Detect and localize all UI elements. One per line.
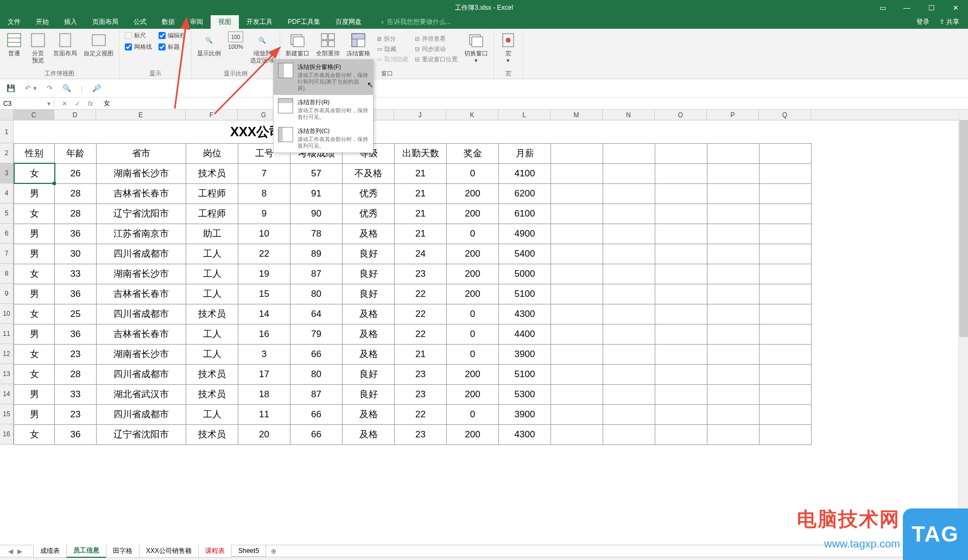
data-cell[interactable]: 28	[55, 183, 97, 203]
data-cell[interactable]: 不及格	[343, 163, 395, 183]
column-header[interactable]: C	[14, 110, 54, 120]
data-cell[interactable]: 200	[447, 203, 499, 224]
data-cell[interactable]: 四川省成都市	[97, 404, 186, 424]
close-button[interactable]: ✕	[944, 0, 968, 15]
data-cell[interactable]: 23	[395, 264, 447, 284]
data-cell[interactable]: 87	[290, 264, 343, 284]
data-cell[interactable]: 5100	[499, 284, 551, 304]
data-cell[interactable]: 助工	[186, 224, 238, 244]
data-cell[interactable]: 工人	[186, 244, 238, 264]
data-cell[interactable]: 优秀	[343, 203, 395, 224]
header-cell[interactable]: 年龄	[55, 143, 97, 163]
header-cell[interactable]: 月薪	[499, 143, 551, 163]
data-cell[interactable]: 28	[55, 364, 97, 384]
column-header[interactable]: N	[603, 110, 655, 120]
data-cell[interactable]: 4300	[499, 304, 551, 324]
maximize-button[interactable]: ☐	[919, 0, 944, 15]
data-cell[interactable]: 36	[55, 224, 97, 244]
data-cell[interactable]: 5400	[499, 244, 551, 264]
data-cell[interactable]: 79	[290, 324, 343, 344]
data-cell[interactable]: 15	[238, 284, 290, 304]
data-cell[interactable]: 200	[447, 284, 499, 304]
minimize-button[interactable]: —	[895, 0, 919, 15]
undo-icon[interactable]: ↶ ▾	[25, 84, 37, 92]
data-cell[interactable]: 男	[14, 183, 55, 203]
freeze-panes-option[interactable]: 冻结拆分窗格(F)滚动工作表其余部分时，保持行和列可见(基于当前的选择)。	[274, 60, 373, 95]
data-cell[interactable]: 200	[447, 384, 499, 404]
data-cell[interactable]: 22	[395, 324, 447, 344]
data-cell[interactable]: 33	[55, 264, 97, 284]
freeze-top-row-option[interactable]: 冻结首行(R)滚动工作表其余部分时，保持首行可见。	[274, 95, 373, 124]
login-link[interactable]: 登录	[916, 17, 929, 27]
data-cell[interactable]: 23	[55, 344, 97, 364]
data-cell[interactable]: 工程师	[186, 183, 238, 203]
data-cell[interactable]: 辽宁省沈阳市	[97, 203, 186, 224]
sheet-tab-sales[interactable]: XXX公司销售额	[139, 545, 199, 558]
row-header[interactable]: 9	[0, 284, 14, 304]
data-cell[interactable]: 4900	[499, 224, 551, 244]
data-cell[interactable]: 及格	[343, 344, 395, 364]
data-cell[interactable]: 女	[14, 203, 55, 224]
column-header[interactable]: D	[54, 110, 96, 120]
cancel-icon[interactable]: ✕	[62, 100, 67, 107]
data-cell[interactable]: 男	[14, 324, 55, 344]
row-header[interactable]: 2	[0, 143, 14, 163]
unhide-button[interactable]: ▭ 取消隐藏	[375, 55, 410, 64]
data-cell[interactable]: 3900	[499, 344, 551, 364]
data-cell[interactable]: 男	[14, 384, 55, 404]
data-cell[interactable]: 5000	[499, 264, 551, 284]
data-cell[interactable]: 四川省成都市	[97, 304, 186, 324]
data-cell[interactable]: 30	[55, 244, 97, 264]
new-sheet-button[interactable]: ⊕	[265, 548, 282, 555]
data-cell[interactable]: 4300	[499, 424, 551, 444]
select-all-corner[interactable]	[0, 110, 14, 120]
save-icon[interactable]: 💾	[7, 84, 15, 92]
data-cell[interactable]: 及格	[343, 324, 395, 344]
normal-view-button[interactable]: 普通	[3, 30, 25, 65]
data-cell[interactable]: 0	[447, 163, 499, 183]
data-cell[interactable]: 吉林省长春市	[97, 284, 186, 304]
data-cell[interactable]: 6100	[499, 203, 551, 224]
data-cell[interactable]: 女	[14, 344, 55, 364]
data-cell[interactable]: 工人	[186, 284, 238, 304]
data-cell[interactable]: 及格	[343, 424, 395, 444]
data-cell[interactable]: 200	[447, 183, 499, 203]
custom-views-button[interactable]: 自定义视图	[81, 30, 116, 65]
data-cell[interactable]: 技术员	[186, 364, 238, 384]
data-cell[interactable]: 男	[14, 244, 55, 264]
column-header[interactable]: Q	[759, 110, 811, 120]
sheet-nav-next-icon[interactable]: ▶	[17, 548, 22, 555]
column-header[interactable]: P	[707, 110, 759, 120]
freeze-first-column-option[interactable]: 冻结首列(C)滚动工作表其余部分时，保持首列可见。	[274, 124, 373, 152]
tab-file[interactable]: 文件	[0, 15, 28, 29]
data-cell[interactable]: 91	[290, 183, 343, 203]
data-cell[interactable]: 0	[447, 224, 499, 244]
data-cell[interactable]: 0	[447, 404, 499, 424]
data-cell[interactable]: 66	[290, 344, 343, 364]
data-cell[interactable]: 及格	[343, 404, 395, 424]
data-cell[interactable]: 优秀	[343, 183, 395, 203]
data-cell[interactable]: 良好	[343, 284, 395, 304]
data-cell[interactable]: 200	[447, 264, 499, 284]
data-cell[interactable]: 5300	[499, 384, 551, 404]
column-header[interactable]: O	[655, 110, 707, 120]
data-cell[interactable]: 16	[238, 324, 290, 344]
column-header[interactable]: J	[394, 110, 446, 120]
page-layout-view-button[interactable]: 页面布局	[51, 30, 79, 65]
header-cell[interactable]: 奖金	[447, 143, 499, 163]
data-cell[interactable]: 21	[395, 203, 447, 224]
redo-icon[interactable]: ↷	[47, 84, 53, 92]
split-button[interactable]: ⊞ 拆分	[375, 34, 410, 43]
data-cell[interactable]: 17	[238, 364, 290, 384]
data-cell[interactable]: 4400	[499, 324, 551, 344]
sheet-tab-grid[interactable]: 田字格	[106, 545, 140, 558]
data-cell[interactable]: 22	[238, 244, 290, 264]
data-cell[interactable]: 22	[395, 404, 447, 424]
data-cell[interactable]: 0	[447, 344, 499, 364]
data-cell[interactable]: 80	[290, 364, 343, 384]
data-cell[interactable]: 技术员	[186, 424, 238, 444]
data-cell[interactable]: 四川省成都市	[97, 244, 186, 264]
tab-insert[interactable]: 插入	[56, 15, 85, 29]
header-cell[interactable]: 出勤天数	[395, 143, 447, 163]
data-cell[interactable]: 18	[238, 384, 290, 404]
